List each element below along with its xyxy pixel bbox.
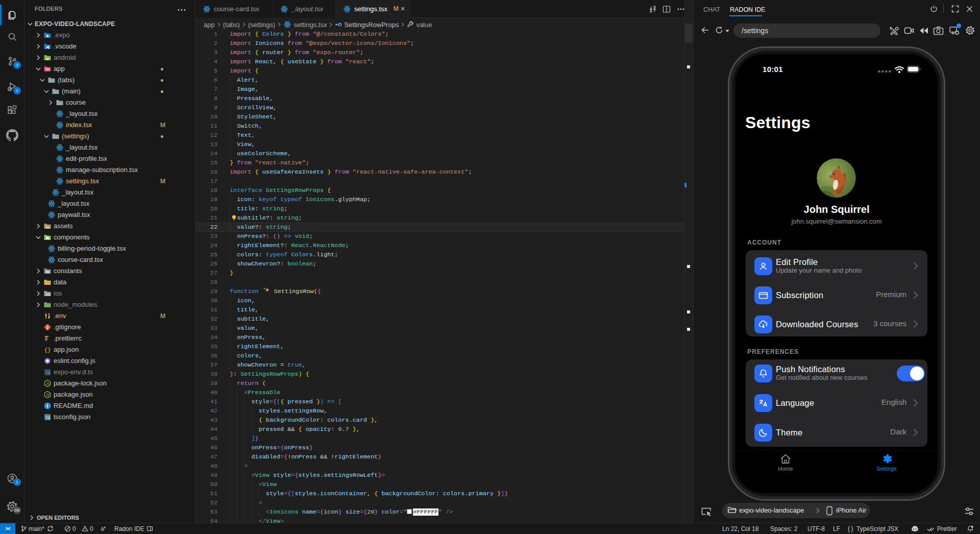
svg-text:iOS: iOS xyxy=(46,293,51,296)
svg-text:JS: JS xyxy=(46,393,50,397)
svg-text:{}: {} xyxy=(44,347,51,353)
svg-text:TS: TS xyxy=(45,371,51,375)
svg-text:TS: TS xyxy=(45,416,51,420)
svg-text:JS: JS xyxy=(46,382,50,385)
